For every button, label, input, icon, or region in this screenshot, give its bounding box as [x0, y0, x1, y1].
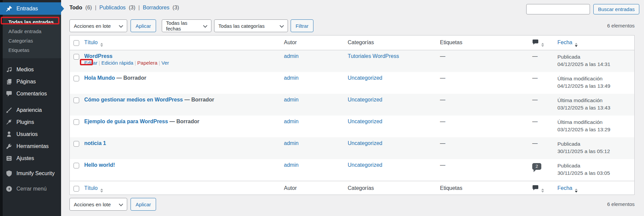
apply-button[interactable]: Aplicar	[131, 19, 156, 32]
date-status: Última modificación	[557, 75, 634, 82]
row-action-papelera[interactable]: Papelera	[137, 60, 157, 66]
row-checkbox[interactable]	[73, 141, 79, 147]
post-title-link[interactable]: Hola Mundo	[84, 75, 115, 81]
date-status: Publicada	[557, 140, 634, 148]
category-link[interactable]: Uncategorized	[348, 140, 382, 146]
submenu-item-etiquetas[interactable]: Etiquetas	[0, 46, 61, 55]
sidebar-item-entradas[interactable]: Entradas	[0, 2, 61, 15]
sidebar-item-usuarios[interactable]: Usuarios	[0, 128, 61, 140]
categories-filter-select[interactable]: Todas las categorías	[214, 19, 288, 32]
category-link[interactable]: Tutoriales WordPress	[348, 53, 399, 59]
row-action-ver[interactable]: Ver	[161, 60, 169, 66]
submenu-item-a-adir-entrada[interactable]: Añadir entrada	[0, 27, 61, 36]
dates-filter-select[interactable]: Todas las fechas	[162, 19, 211, 32]
sort-title-header[interactable]: Título	[84, 185, 98, 191]
sort-title-header[interactable]: Título	[84, 40, 98, 45]
table-row: Hola Mundo — Borrador admin Uncategorize…	[70, 72, 634, 94]
bulk-actions-select[interactable]: Acciones en lote	[69, 19, 127, 32]
tags-cell: —	[440, 72, 532, 94]
tab-publicados[interactable]: Publicados (3)	[99, 5, 135, 11]
sort-date-header[interactable]: Fecha	[557, 185, 572, 191]
search-input[interactable]	[526, 4, 590, 14]
post-title-link[interactable]: noticia 1	[84, 140, 106, 146]
posts-table: Título Autor Categorías Etiquetas Fecha …	[69, 35, 635, 195]
date-cell: Publicada 30/11/2025 a las 03:05	[556, 159, 634, 181]
plugins-icon	[6, 119, 12, 126]
posts-submenu: Todas las entradasAñadir entradaCategorí…	[0, 15, 61, 58]
users-icon	[6, 131, 12, 138]
sidebar-item-ajustes[interactable]: Ajustes	[0, 152, 61, 164]
tab-todo[interactable]: Todo (6)	[69, 5, 92, 11]
row-checkbox[interactable]	[73, 119, 79, 125]
bottom-filter-bar: Acciones en lote Aplicar	[69, 198, 156, 211]
author-link[interactable]: admin	[284, 119, 299, 124]
bulk-actions-select-bottom[interactable]: Acciones en lote	[69, 198, 127, 211]
sidebar-item-plugins[interactable]: Plugins	[0, 116, 61, 128]
sidebar-item-label: Imunify Security	[16, 170, 55, 176]
sidebar-item-label: Medios	[16, 67, 34, 73]
post-title-link[interactable]: Hello world!	[84, 162, 115, 168]
comments-header-icon[interactable]	[532, 185, 539, 191]
main-menu: Medios Páginas Comentarios Apariencia Pl…	[0, 64, 61, 195]
post-state-label: — Borrador	[168, 119, 199, 124]
comment-count-bubble[interactable]: 2	[532, 163, 541, 170]
post-title-link[interactable]: WordPress	[84, 53, 112, 59]
categories-header: Categorías	[348, 35, 440, 50]
filter-button[interactable]: Filtrar	[291, 19, 313, 32]
sidebar-item-cerrar-men-[interactable]: Cerrar menú	[0, 183, 61, 195]
shield-icon	[6, 170, 12, 177]
category-link[interactable]: Uncategorized	[348, 162, 382, 168]
row-action-editar[interactable]: Editar	[84, 60, 97, 66]
row-checkbox[interactable]	[73, 163, 79, 168]
submenu-item-categor-as[interactable]: Categorías	[0, 36, 61, 46]
select-all-checkbox[interactable]	[73, 186, 79, 192]
sidebar-item-p-ginas[interactable]: Páginas	[0, 76, 61, 88]
date-value: 03/12/2025 a las 13:29	[557, 126, 634, 133]
row-checkbox[interactable]	[73, 54, 79, 60]
comments-header-icon[interactable]	[532, 40, 539, 45]
bulk-actions-value: Acciones en lote	[74, 23, 111, 29]
category-link[interactable]: Uncategorized	[348, 75, 382, 81]
select-all-checkbox[interactable]	[73, 40, 79, 46]
date-value: 04/12/2025 a las 13:49	[557, 82, 634, 90]
top-filter-bar: Acciones en lote Aplicar Todas las fecha…	[69, 19, 313, 32]
table-row: Ejemplo de guía para WordPress — Borrado…	[70, 116, 634, 137]
post-title-link[interactable]: Cómo gestionar medios en WordPress	[84, 97, 183, 102]
tab-borradores[interactable]: Borradores (3)	[143, 5, 179, 11]
bulk-actions-value: Acciones en lote	[74, 202, 111, 207]
admin-sidebar: Entradas Todas las entradasAñadir entrad…	[0, 0, 61, 216]
sort-date-header[interactable]: Fecha	[557, 40, 572, 45]
author-link[interactable]: admin	[284, 75, 299, 81]
table-row: WordPress Editar|Edición rápida|Papelera…	[70, 50, 634, 72]
table-body: WordPress Editar|Edición rápida|Papelera…	[70, 50, 634, 181]
search-posts-button[interactable]: Buscar entradas	[593, 4, 639, 14]
active-menu-arrow	[61, 5, 64, 12]
submenu-item-todas-las-entradas[interactable]: Todas las entradas	[0, 17, 61, 27]
sidebar-item-imunify-security[interactable]: Imunify Security	[0, 167, 61, 179]
date-status: Última modificación	[557, 119, 634, 126]
sidebar-item-herramientas[interactable]: Herramientas	[0, 140, 61, 152]
sidebar-item-medios[interactable]: Medios	[0, 64, 61, 76]
row-action-edici-n-r-pida[interactable]: Edición rápida	[101, 60, 133, 66]
categories-header: Categorías	[348, 181, 440, 195]
sidebar-item-comentarios[interactable]: Comentarios	[0, 88, 61, 100]
author-link[interactable]: admin	[284, 162, 299, 168]
category-link[interactable]: Uncategorized	[348, 119, 382, 124]
post-title-link[interactable]: Ejemplo de guía para WordPress	[84, 119, 168, 124]
tags-header: Etiquetas	[440, 181, 532, 195]
sidebar-item-apariencia[interactable]: Apariencia	[0, 104, 61, 116]
author-link[interactable]: admin	[284, 97, 299, 102]
date-cell: Última modificación 04/12/2025 a las 13:…	[556, 72, 634, 94]
settings-icon	[6, 155, 12, 162]
row-actions: Editar|Edición rápida|Papelera|Ver	[84, 60, 284, 66]
sidebar-item-label: Ajustes	[16, 155, 34, 161]
row-checkbox[interactable]	[73, 97, 79, 103]
category-link[interactable]: Uncategorized	[348, 97, 382, 102]
author-link[interactable]: admin	[284, 53, 299, 59]
author-link[interactable]: admin	[284, 140, 299, 146]
date-cell: Publicada 30/11/2025 a las 05:12	[556, 137, 634, 159]
table-row: Cómo gestionar medios en WordPress — Bor…	[70, 94, 634, 116]
apply-button-bottom[interactable]: Aplicar	[131, 198, 156, 211]
row-checkbox[interactable]	[73, 76, 79, 81]
date-cell: Última modificación 03/12/2025 a las 13:…	[556, 116, 634, 137]
